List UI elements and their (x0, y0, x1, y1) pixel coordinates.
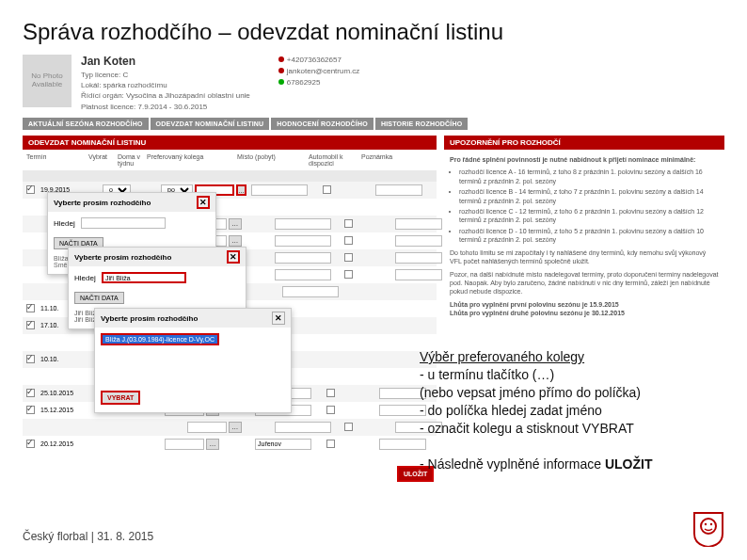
hledej-input[interactable] (81, 217, 166, 229)
auto-checkbox[interactable] (344, 236, 353, 245)
table-row: … (23, 419, 437, 436)
picker-dialog-3: Vyberte prosím rozhodčího ✕ Blíža J.(03.… (94, 308, 292, 413)
notice-bullet: rozhodčí licence D - 10 termínů, z toho … (459, 227, 719, 245)
close-icon[interactable]: ✕ (197, 196, 210, 209)
misto-input[interactable] (275, 252, 331, 264)
hledej-label: Hledej (54, 219, 75, 228)
phone-icon (278, 56, 284, 62)
dialog-title: Vyberte prosím rozhodčího (101, 314, 198, 323)
pk-input[interactable] (187, 422, 227, 433)
th-term: Termín (26, 153, 83, 167)
notice-panel: Pro řádné splnění povinností je nutné na… (444, 150, 724, 324)
th-doma: Doma v týdnu (118, 153, 141, 167)
hledej-input[interactable] (102, 272, 186, 283)
hledej-label: Hledej (74, 274, 96, 282)
row-checkbox[interactable] (26, 355, 35, 363)
auto-checkbox[interactable] (326, 389, 335, 397)
pozn-input[interactable] (395, 218, 442, 230)
pk-dots-button[interactable]: … (229, 235, 242, 247)
misto-input[interactable] (275, 218, 331, 230)
notice-bullet: rozhodčí licence A - 16 termínů, z toho … (459, 168, 719, 185)
notice-bullet: rozhodčí licence B - 14 termínů, z toho … (459, 187, 719, 205)
tab-bar: AKTUÁLNÍ SEZÓNA ROZHODČÍHO ODEVZDAT NOMI… (23, 118, 724, 130)
auto-checkbox[interactable] (344, 219, 353, 228)
footer-text: Český florbal | 31. 8. 2015 (23, 530, 153, 543)
selected-result[interactable]: Blíža J.(03.09.1984)-licence D-Vy,OC (101, 333, 219, 345)
misto-input[interactable] (275, 269, 331, 280)
cell-term: 15.12.2015 (40, 407, 97, 413)
row-checkbox[interactable] (26, 440, 35, 448)
load-data-button[interactable]: NAČTI DATA (74, 292, 124, 304)
cell-term: 25.10.2015 (40, 390, 97, 396)
notice-intro: Pro řádné splnění povinností je nutné na… (450, 155, 719, 164)
tab-history[interactable]: HISTORIE ROZHODČÍHO (375, 118, 469, 130)
svg-point-1 (705, 523, 707, 525)
dialog-title: Vyberte prosím rozhodčího (54, 199, 151, 207)
th-vybrat: Vybrat (88, 153, 112, 167)
contact-email[interactable]: jankoten@centrum.cz (278, 66, 360, 77)
close-icon[interactable]: ✕ (227, 250, 240, 264)
svg-point-2 (710, 523, 712, 525)
auto-checkbox[interactable] (344, 270, 353, 279)
notice-p: Pozor, na další nabídnuté místo nadelego… (450, 270, 719, 296)
tab-current-season[interactable]: AKTUÁLNÍ SEZÓNA ROZHODČÍHO (23, 118, 149, 130)
close-icon[interactable]: ✕ (272, 312, 285, 325)
id-icon (278, 79, 284, 85)
vybrat-button[interactable]: VYBRAT (101, 391, 140, 405)
th-pozn: Poznámka (361, 153, 399, 167)
row-checkbox[interactable] (26, 304, 35, 312)
profile-meta-1: Typ licence: C (81, 70, 250, 80)
cell-term: 10.10. (40, 356, 97, 362)
instructions-heading: Výběr preferovaného kolegy (420, 349, 584, 364)
page-title: Správa rozhodčího – odevzdat nominační l… (23, 19, 724, 45)
instruction-line: - Následně vyplněné informace ULOŽIT (420, 456, 652, 472)
auto-checkbox[interactable] (323, 185, 331, 194)
pozn-input[interactable] (395, 235, 442, 247)
profile-header: No Photo Available Jan Koten Typ licence… (23, 55, 724, 112)
auto-checkbox[interactable] (344, 253, 353, 262)
th-misto: Místo (pobyt) (237, 153, 303, 167)
th-auto: Automobil k dispozici (309, 153, 356, 167)
dialog-title: Vyberte prosím rozhodčího (74, 253, 171, 262)
tab-evaluation[interactable]: HODNOCENÍ ROZHODČÍHO (271, 118, 374, 130)
row-checkbox[interactable] (26, 185, 35, 194)
notice-p: Do tohoto limitu se mi započítaly i ty n… (450, 248, 719, 266)
pk-dots-button[interactable]: … (229, 218, 242, 230)
row-checkbox[interactable] (26, 389, 35, 397)
misto-input[interactable] (282, 286, 339, 297)
notice-bullet: rozhodčí licence C - 12 termínů, z toho … (459, 207, 719, 225)
table-header: Termín Vybrat Doma v týdnu Preferovaný k… (23, 150, 437, 170)
contact-phone: +420736362657 (278, 55, 360, 66)
avatar: No Photo Available (23, 55, 72, 107)
misto-input[interactable] (275, 422, 331, 433)
table-row: 20.12.2015 … (23, 436, 437, 453)
brand-logo-icon (692, 511, 724, 547)
misto-input[interactable] (251, 184, 308, 196)
th-pk: Preferovaný kolega (147, 153, 231, 167)
auto-checkbox[interactable] (344, 423, 353, 431)
misto-input[interactable] (255, 439, 311, 450)
row-checkbox[interactable] (26, 321, 35, 329)
pk-dots-button[interactable]: … (206, 439, 219, 450)
cell-term: 20.12.2015 (40, 440, 97, 447)
instruction-line: - u termínu tlačítko (…) (420, 367, 554, 382)
pk-input[interactable] (165, 439, 204, 450)
pk-dots-button[interactable]: … (229, 422, 242, 433)
row-checkbox[interactable] (26, 406, 35, 414)
tab-submit-nomination[interactable]: ODEVZDAT NOMINAČNÍ LISTINU (151, 118, 270, 130)
auto-checkbox[interactable] (326, 406, 335, 414)
notice-deadline-2: Lhůta pro vyplnění druhé polovinu sezónu… (450, 309, 719, 317)
auto-checkbox[interactable] (326, 440, 335, 448)
pozn-input[interactable] (395, 252, 442, 264)
pk-dots-button[interactable]: … (236, 184, 246, 196)
notice-deadline-1: Lhůta pro vyplnění první polovinu sezónu… (450, 300, 719, 309)
misto-input[interactable] (275, 235, 331, 247)
instructions-panel: Výběr preferovaného kolegy - u termínu t… (420, 348, 652, 473)
pozn-input[interactable] (395, 269, 442, 280)
pozn-input[interactable] (375, 184, 422, 196)
svg-point-0 (701, 519, 716, 534)
left-section-heading: ODEVZDAT NOMINAČNÍ LISTINU (23, 136, 437, 150)
profile-meta-3: Řídící orgán: Vysočina a Jihozápadní obl… (81, 90, 250, 101)
profile-name: Jan Koten (81, 55, 250, 68)
mail-icon (278, 68, 284, 73)
